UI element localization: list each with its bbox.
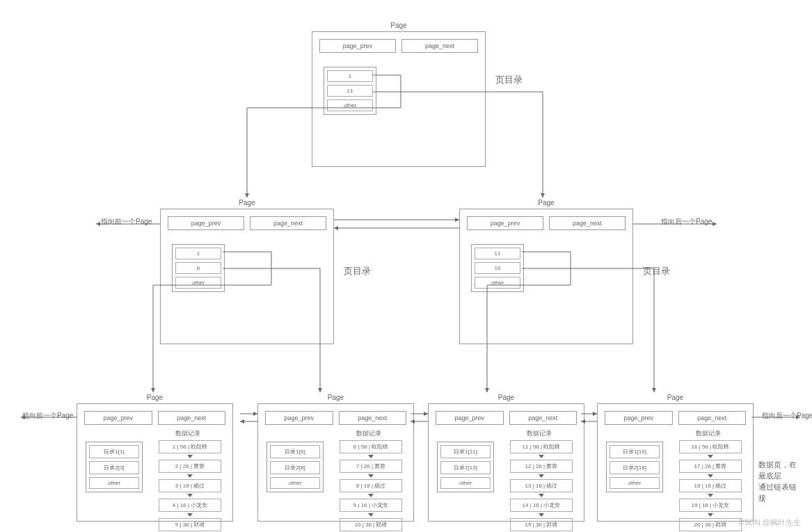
record-row: 16 | 56 | 欧阳锋 xyxy=(679,440,742,453)
entry: other xyxy=(270,477,320,489)
record-row: 14 | 16 | 小龙女 xyxy=(510,499,573,512)
record-row: 1 | 56 | 欧阳锋 xyxy=(159,440,221,453)
page-title: Page xyxy=(667,394,683,401)
page-prev-box: page_prev xyxy=(84,411,152,425)
down-arrow-icon xyxy=(708,474,713,478)
down-arrow-icon xyxy=(539,494,544,497)
record-row: 11 | 56 | 欧阳锋 xyxy=(510,440,573,453)
down-arrow-icon xyxy=(187,494,193,497)
record-row: 12 | 26 | 黄蓉 xyxy=(510,460,573,473)
leaf-dir-entries: 目录1[1]目录2[3]other xyxy=(86,442,143,492)
data-page-note: 数据页，在 最底层 通过链表链 接 xyxy=(758,459,797,503)
entry: 目录2[3] xyxy=(89,461,139,474)
pointer-row: page_prev page_next xyxy=(265,411,406,425)
pointer-row: page_prev page_next xyxy=(467,216,626,230)
down-arrow-icon xyxy=(187,455,193,458)
dir-label: 页目录 xyxy=(643,265,670,277)
mid-entries: 1 6 other xyxy=(172,244,225,292)
page-next-box: page_next xyxy=(549,216,626,230)
down-arrow-icon xyxy=(539,474,544,478)
down-arrow-icon xyxy=(708,494,713,497)
pointer-row: page_prev page_next xyxy=(84,411,225,425)
entry: other xyxy=(89,477,139,489)
entry: other xyxy=(610,477,660,489)
record-row: 2 | 26 | 黄蓉 xyxy=(159,460,221,473)
page-prev-box: page_prev xyxy=(436,411,504,425)
entry: 目录2[13] xyxy=(440,461,491,474)
pointer-row: page_prev page_next xyxy=(168,216,326,230)
page-next-box: page_next xyxy=(509,411,578,425)
record-row: 19 | 16 | 小龙女 xyxy=(679,499,742,512)
entry: 目录2[8] xyxy=(270,461,320,474)
leaf-page: Page page_prev page_next 目录1[11]目录2[13]o… xyxy=(428,403,584,522)
page-next-box: page_next xyxy=(339,411,407,425)
page-next-box: page_next xyxy=(158,411,226,425)
root-entries: 1 11 other xyxy=(324,67,376,115)
records-label: 数据记录 xyxy=(356,429,381,438)
entry: 目录1[11] xyxy=(440,445,491,458)
record-row: 20 | 36 | 郭靖 xyxy=(679,518,742,531)
down-arrow-icon xyxy=(368,494,374,497)
pointer-row: page_prev page_next xyxy=(605,411,746,425)
down-arrow-icon xyxy=(187,513,193,517)
prev-page-text: 指向前一个Page xyxy=(22,411,73,421)
record-row: 5 | 36 | 郭靖 xyxy=(159,518,221,531)
entry: 目录1[6] xyxy=(270,445,320,458)
entry: other xyxy=(440,477,491,489)
down-arrow-icon xyxy=(708,513,713,517)
leaf-page: Page page_prev page_next 目录1[6]目录2[8]oth… xyxy=(257,403,414,522)
records-label: 数据记录 xyxy=(696,429,721,438)
down-arrow-icon xyxy=(539,513,544,517)
page-next-box: page_next xyxy=(401,39,478,53)
watermark: CSDN @枫叶先生 xyxy=(739,517,801,528)
prev-page-text: 指向前一个Page xyxy=(101,217,152,227)
leaf-records: 数据记录 16 | 56 | 欧阳锋 17 | 26 | 黄蓉 18 | 18 … xyxy=(679,440,742,531)
page-next-box: page_next xyxy=(250,216,326,230)
entry: 6 xyxy=(175,262,221,274)
leaf-page: Page page_prev page_next 目录1[16]目录2[18]o… xyxy=(597,403,754,522)
entry: 目录1[1] xyxy=(89,445,139,458)
record-row: 18 | 18 | 杨过 xyxy=(679,479,742,492)
leaf-records: 数据记录 6 | 56 | 欧阳锋 7 | 26 | 黄蓉 8 | 18 | 杨… xyxy=(340,440,402,531)
mid-entries: 11 16 other xyxy=(471,244,524,292)
record-row: 4 | 16 | 小龙女 xyxy=(159,499,221,512)
mid-page-left: Page page_prev page_next 1 6 other 页目录 xyxy=(160,209,334,344)
entry: 1 xyxy=(327,70,373,82)
entry: 16 xyxy=(475,262,520,274)
next-page-text: 指向后一个Page xyxy=(661,217,712,227)
leaf-records: 数据记录 11 | 56 | 欧阳锋 12 | 26 | 黄蓉 13 | 18 … xyxy=(510,440,573,531)
records-label: 数据记录 xyxy=(527,429,552,438)
entry: other xyxy=(327,99,373,111)
down-arrow-icon xyxy=(368,474,374,478)
page-next-box: page_next xyxy=(678,411,747,425)
record-row: 10 | 36 | 郭靖 xyxy=(340,518,402,531)
page-prev-box: page_prev xyxy=(265,411,333,425)
down-arrow-icon xyxy=(368,513,374,517)
page-prev-box: page_prev xyxy=(605,411,673,425)
dir-label: 页目录 xyxy=(495,74,523,86)
entry: 1 xyxy=(175,248,221,259)
records-label: 数据记录 xyxy=(175,429,200,438)
page-title: Page xyxy=(498,394,514,401)
pointer-row: page_prev page_next xyxy=(319,39,478,53)
record-row: 6 | 56 | 欧阳锋 xyxy=(340,440,402,453)
page-prev-box: page_prev xyxy=(467,216,543,230)
page-title: Page xyxy=(147,394,163,401)
entry: 11 xyxy=(327,85,373,97)
record-row: 8 | 18 | 杨过 xyxy=(340,479,402,492)
record-row: 13 | 18 | 杨过 xyxy=(510,479,573,492)
page-title: Page xyxy=(538,199,554,207)
entry: other xyxy=(475,277,520,289)
leaf-dir-entries: 目录1[11]目录2[13]other xyxy=(437,442,494,492)
pointer-row: page_prev page_next xyxy=(436,411,577,425)
down-arrow-icon xyxy=(708,455,713,458)
leaf-page: Page page_prev page_next 目录1[1]目录2[3]oth… xyxy=(77,403,233,522)
dir-label: 页目录 xyxy=(344,265,371,277)
leaf-dir-entries: 目录1[16]目录2[18]other xyxy=(606,442,663,492)
record-row: 15 | 36 | 郭靖 xyxy=(510,518,573,531)
record-row: 9 | 16 | 小龙女 xyxy=(340,499,402,512)
entry: other xyxy=(175,277,221,289)
root-page: Page page_prev page_next 1 11 other 页目录 xyxy=(312,31,486,167)
down-arrow-icon xyxy=(368,455,374,458)
entry: 目录2[18] xyxy=(610,461,660,474)
